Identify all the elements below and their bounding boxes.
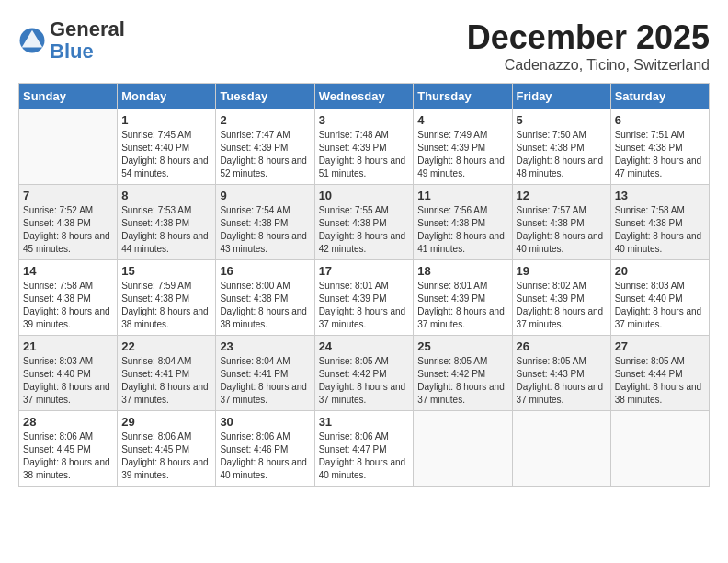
day-info: Sunrise: 8:06 AMSunset: 4:45 PMDaylight:… — [121, 431, 211, 482]
day-number: 10 — [319, 189, 410, 202]
logo-text: General Blue — [50, 18, 125, 63]
calendar-day-cell: 25Sunrise: 8:05 AMSunset: 4:42 PMDayligh… — [414, 336, 512, 411]
day-info: Sunrise: 8:04 AMSunset: 4:41 PMDaylight:… — [121, 355, 211, 407]
weekday-header-wednesday: Wednesday — [314, 84, 414, 109]
calendar-week-row: 28Sunrise: 8:06 AMSunset: 4:45 PMDayligh… — [19, 411, 710, 487]
day-info: Sunrise: 7:58 AMSunset: 4:38 PMDaylight:… — [23, 280, 113, 331]
calendar-day-cell: 24Sunrise: 8:05 AMSunset: 4:42 PMDayligh… — [314, 336, 414, 411]
calendar-day-cell: 28Sunrise: 8:06 AMSunset: 4:45 PMDayligh… — [19, 411, 118, 487]
day-info: Sunrise: 7:54 AMSunset: 4:38 PMDaylight:… — [220, 204, 310, 256]
day-info: Sunrise: 7:50 AMSunset: 4:38 PMDaylight:… — [517, 129, 607, 180]
calendar-day-cell: 15Sunrise: 7:59 AMSunset: 4:38 PMDayligh… — [118, 260, 216, 336]
calendar-week-row: 1Sunrise: 7:45 AMSunset: 4:40 PMDaylight… — [19, 109, 710, 185]
location-title: Cadenazzo, Ticino, Switzerland — [467, 57, 710, 74]
calendar-day-cell: 29Sunrise: 8:06 AMSunset: 4:45 PMDayligh… — [118, 411, 216, 487]
day-info: Sunrise: 8:05 AMSunset: 4:43 PMDaylight:… — [517, 355, 607, 407]
calendar-day-cell: 20Sunrise: 8:03 AMSunset: 4:40 PMDayligh… — [610, 260, 709, 336]
day-info: Sunrise: 7:53 AMSunset: 4:38 PMDaylight:… — [121, 204, 211, 256]
logo-general: General — [50, 17, 125, 40]
day-info: Sunrise: 7:48 AMSunset: 4:39 PMDaylight:… — [319, 129, 410, 180]
day-info: Sunrise: 7:49 AMSunset: 4:39 PMDaylight:… — [417, 129, 507, 180]
day-number: 20 — [615, 264, 705, 278]
day-info: Sunrise: 7:58 AMSunset: 4:38 PMDaylight:… — [615, 204, 705, 256]
logo-blue: Blue — [50, 40, 94, 63]
day-info: Sunrise: 8:02 AMSunset: 4:39 PMDaylight:… — [517, 280, 607, 331]
day-info: Sunrise: 8:01 AMSunset: 4:39 PMDaylight:… — [319, 280, 410, 331]
weekday-header-tuesday: Tuesday — [216, 84, 314, 109]
day-number: 19 — [517, 264, 607, 278]
weekday-header-friday: Friday — [512, 84, 610, 109]
day-info: Sunrise: 7:59 AMSunset: 4:38 PMDaylight:… — [121, 280, 211, 331]
day-info: Sunrise: 8:06 AMSunset: 4:47 PMDaylight:… — [319, 431, 410, 482]
calendar-day-cell: 22Sunrise: 8:04 AMSunset: 4:41 PMDayligh… — [118, 336, 216, 411]
calendar-day-cell: 18Sunrise: 8:01 AMSunset: 4:39 PMDayligh… — [414, 260, 512, 336]
calendar-day-cell: 23Sunrise: 8:04 AMSunset: 4:41 PMDayligh… — [216, 336, 314, 411]
calendar-table: SundayMondayTuesdayWednesdayThursdayFrid… — [18, 83, 710, 487]
calendar-day-cell: 1Sunrise: 7:45 AMSunset: 4:40 PMDaylight… — [118, 109, 216, 185]
day-number: 1 — [121, 113, 211, 127]
day-info: Sunrise: 7:45 AMSunset: 4:40 PMDaylight:… — [121, 129, 211, 180]
calendar-day-cell — [414, 411, 512, 487]
page-header: General Blue December 2025 Cadenazzo, Ti… — [18, 18, 710, 74]
calendar-day-cell: 30Sunrise: 8:06 AMSunset: 4:46 PMDayligh… — [216, 411, 314, 487]
day-info: Sunrise: 8:03 AMSunset: 4:40 PMDaylight:… — [615, 280, 705, 331]
day-number: 17 — [319, 264, 410, 278]
day-info: Sunrise: 8:05 AMSunset: 4:42 PMDaylight:… — [319, 355, 410, 407]
day-number: 25 — [417, 339, 507, 353]
day-number: 27 — [615, 339, 705, 353]
day-number: 14 — [23, 264, 113, 278]
day-info: Sunrise: 7:55 AMSunset: 4:38 PMDaylight:… — [319, 204, 410, 256]
day-number: 30 — [220, 415, 310, 429]
calendar-day-cell: 4Sunrise: 7:49 AMSunset: 4:39 PMDaylight… — [414, 109, 512, 185]
logo-icon — [18, 27, 46, 54]
calendar-day-cell: 13Sunrise: 7:58 AMSunset: 4:38 PMDayligh… — [610, 185, 709, 260]
day-info: Sunrise: 8:01 AMSunset: 4:39 PMDaylight:… — [417, 280, 507, 331]
day-number: 23 — [220, 339, 310, 353]
calendar-day-cell: 27Sunrise: 8:05 AMSunset: 4:44 PMDayligh… — [610, 336, 709, 411]
day-number: 2 — [220, 113, 310, 127]
calendar-day-cell: 31Sunrise: 8:06 AMSunset: 4:47 PMDayligh… — [314, 411, 414, 487]
calendar-day-cell: 10Sunrise: 7:55 AMSunset: 4:38 PMDayligh… — [314, 185, 414, 260]
day-number: 22 — [121, 339, 211, 353]
calendar-week-row: 21Sunrise: 8:03 AMSunset: 4:40 PMDayligh… — [19, 336, 710, 411]
day-number: 5 — [517, 113, 607, 127]
day-number: 12 — [517, 189, 607, 202]
day-number: 13 — [615, 189, 705, 202]
day-info: Sunrise: 7:56 AMSunset: 4:38 PMDaylight:… — [417, 204, 507, 256]
day-number: 24 — [319, 339, 410, 353]
calendar-day-cell: 3Sunrise: 7:48 AMSunset: 4:39 PMDaylight… — [314, 109, 414, 185]
day-number: 3 — [319, 113, 410, 127]
calendar-day-cell: 6Sunrise: 7:51 AMSunset: 4:38 PMDaylight… — [610, 109, 709, 185]
calendar-day-cell: 9Sunrise: 7:54 AMSunset: 4:38 PMDaylight… — [216, 185, 314, 260]
day-number: 26 — [517, 339, 607, 353]
day-number: 4 — [417, 113, 507, 127]
weekday-header-row: SundayMondayTuesdayWednesdayThursdayFrid… — [19, 84, 710, 109]
weekday-header-thursday: Thursday — [414, 84, 512, 109]
day-number: 28 — [23, 415, 113, 429]
day-number: 15 — [121, 264, 211, 278]
calendar-day-cell: 11Sunrise: 7:56 AMSunset: 4:38 PMDayligh… — [414, 185, 512, 260]
calendar-day-cell: 5Sunrise: 7:50 AMSunset: 4:38 PMDaylight… — [512, 109, 610, 185]
calendar-day-cell: 2Sunrise: 7:47 AMSunset: 4:39 PMDaylight… — [216, 109, 314, 185]
calendar-day-cell: 17Sunrise: 8:01 AMSunset: 4:39 PMDayligh… — [314, 260, 414, 336]
calendar-week-row: 7Sunrise: 7:52 AMSunset: 4:38 PMDaylight… — [19, 185, 710, 260]
calendar-day-cell: 14Sunrise: 7:58 AMSunset: 4:38 PMDayligh… — [19, 260, 118, 336]
day-info: Sunrise: 7:57 AMSunset: 4:38 PMDaylight:… — [517, 204, 607, 256]
calendar-day-cell: 16Sunrise: 8:00 AMSunset: 4:38 PMDayligh… — [216, 260, 314, 336]
title-area: December 2025 Cadenazzo, Ticino, Switzer… — [467, 18, 710, 74]
logo: General Blue — [18, 18, 125, 63]
day-number: 8 — [121, 189, 211, 202]
month-title: December 2025 — [467, 18, 710, 57]
day-info: Sunrise: 8:00 AMSunset: 4:38 PMDaylight:… — [220, 280, 310, 331]
weekday-header-sunday: Sunday — [19, 84, 118, 109]
calendar-day-cell: 26Sunrise: 8:05 AMSunset: 4:43 PMDayligh… — [512, 336, 610, 411]
day-number: 16 — [220, 264, 310, 278]
day-info: Sunrise: 8:05 AMSunset: 4:44 PMDaylight:… — [615, 355, 705, 407]
day-number: 6 — [615, 113, 705, 127]
calendar-day-cell: 12Sunrise: 7:57 AMSunset: 4:38 PMDayligh… — [512, 185, 610, 260]
day-number: 9 — [220, 189, 310, 202]
day-info: Sunrise: 8:06 AMSunset: 4:46 PMDaylight:… — [220, 431, 310, 482]
day-number: 7 — [23, 189, 113, 202]
day-info: Sunrise: 8:06 AMSunset: 4:45 PMDaylight:… — [23, 431, 113, 482]
calendar-day-cell: 21Sunrise: 8:03 AMSunset: 4:40 PMDayligh… — [19, 336, 118, 411]
